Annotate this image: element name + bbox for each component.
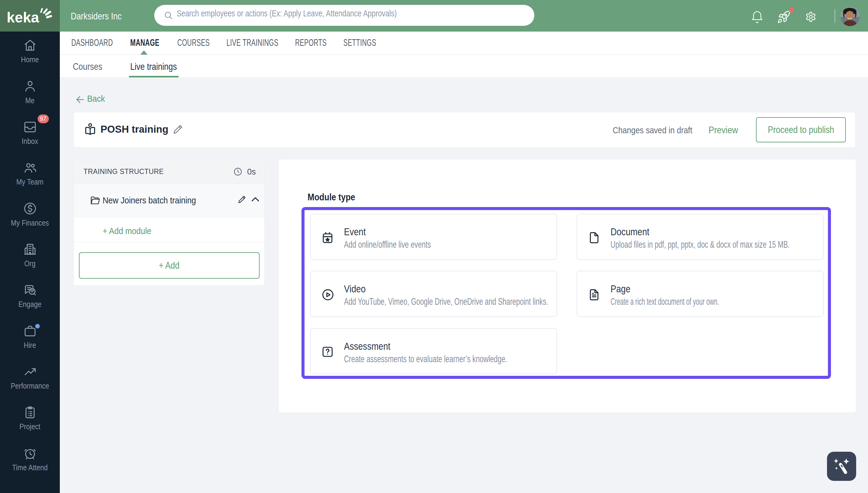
svg-text:keka: keka	[7, 9, 39, 25]
